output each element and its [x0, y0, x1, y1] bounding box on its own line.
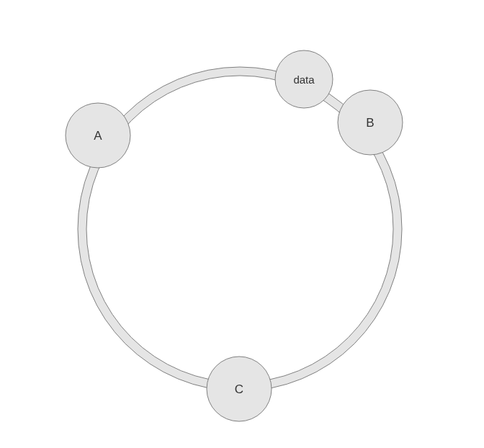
node-data-label: data [293, 73, 315, 86]
diagram-svg: data A B C [0, 0, 484, 448]
node-data: data [275, 50, 333, 108]
node-a: A [66, 103, 130, 168]
node-c: C [207, 357, 272, 421]
node-c-label: C [235, 382, 243, 396]
node-b: B [338, 90, 403, 155]
ring-diagram: data A B C [0, 0, 484, 448]
node-a-label: A [94, 129, 102, 143]
node-b-label: B [366, 116, 374, 130]
